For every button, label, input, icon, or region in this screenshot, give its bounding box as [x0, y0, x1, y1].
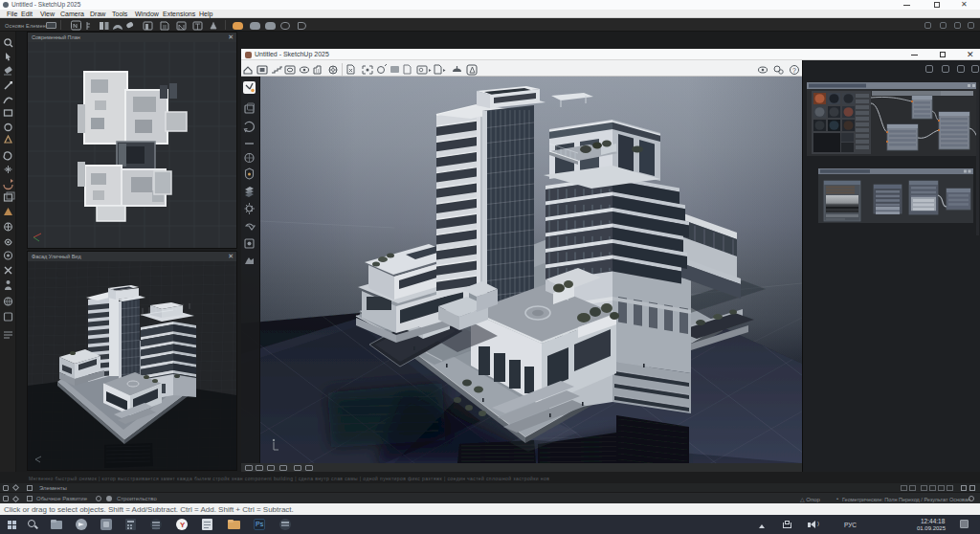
- svg-text:?: ?: [792, 67, 796, 74]
